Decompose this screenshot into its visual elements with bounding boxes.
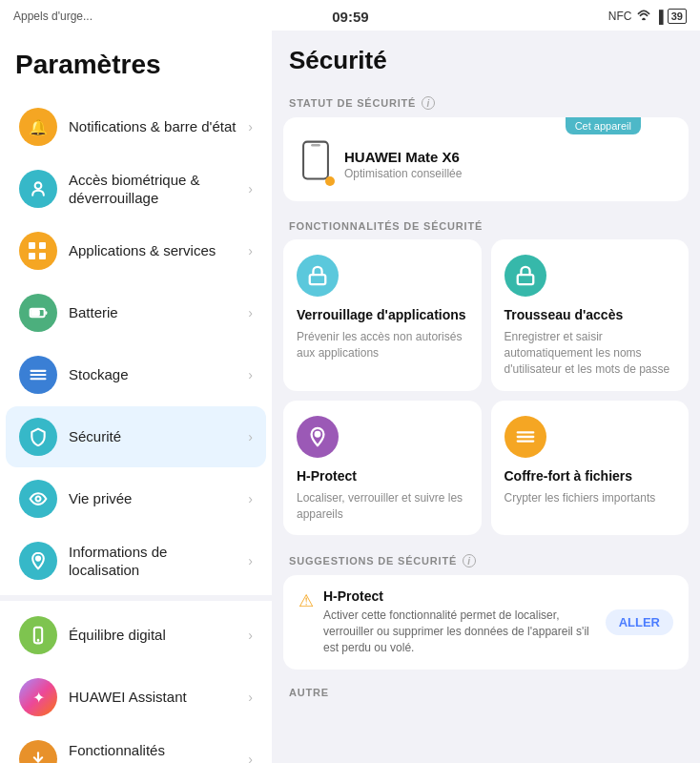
- nfc-icon: NFC: [608, 10, 632, 23]
- suggestion-title: H-Protect: [323, 588, 596, 604]
- chevron-icon: ›: [248, 752, 253, 763]
- feature-card-trousseau[interactable]: Trousseau d'accès Enregistrer et saisir …: [491, 239, 690, 391]
- status-time: 09:59: [332, 9, 368, 25]
- sidebar-item-biometrique[interactable]: Accès biométrique & déverrouillage ›: [6, 158, 266, 219]
- suggestion-warning-icon: ⚠: [299, 590, 314, 611]
- chevron-icon: ›: [248, 367, 253, 382]
- chevron-icon: ›: [248, 553, 253, 568]
- device-status: Optimisation conseillée: [344, 167, 462, 180]
- sidebar-item-label: Applications & services: [69, 241, 237, 260]
- svg-rect-16: [517, 275, 533, 284]
- sidebar-item-securite[interactable]: Sécurité ›: [6, 406, 266, 467]
- sidebar-item-huawei[interactable]: ✦ HUAWEI Assistant ›: [6, 667, 266, 728]
- sidebar-item-label: HUAWEI Assistant: [69, 688, 237, 707]
- sidebar-item-label: Vie privée: [69, 489, 237, 508]
- autre-section-label: AUTRE: [272, 679, 700, 704]
- battery-icon: 39: [668, 10, 687, 23]
- feature-desc: Localiser, verrouiller et suivre les app…: [297, 490, 468, 523]
- aller-button[interactable]: ALLER: [606, 609, 673, 635]
- security-status-card[interactable]: Cet appareil HUAWEI Mate X6 Optimisation…: [283, 117, 689, 201]
- sidebar-item-batterie[interactable]: Batterie ›: [6, 282, 266, 343]
- signal-icon: ▐: [655, 10, 664, 24]
- feature-card-verrouillage[interactable]: Verrouillage d'applications Prévenir les…: [283, 239, 482, 391]
- sidebar-item-label: Sécurité: [69, 427, 237, 446]
- biometrique-icon: [19, 170, 57, 208]
- svg-point-7: [36, 497, 41, 502]
- sidebar-item-stockage[interactable]: Stockage ›: [6, 344, 266, 405]
- chevron-icon: ›: [248, 491, 253, 506]
- right-panel-title: Sécurité: [272, 31, 700, 87]
- wifi-icon: [636, 10, 651, 24]
- device-name: HUAWEI Mate X6: [344, 149, 462, 165]
- status-icons: NFC ▐ 39: [608, 10, 687, 24]
- feature-desc: Crypter les fichiers importants: [504, 490, 676, 506]
- svg-point-0: [642, 17, 644, 19]
- sidebar-divider: [0, 595, 272, 601]
- svg-point-1: [35, 182, 42, 189]
- sidebar-item-label: Équilibre digital: [69, 626, 237, 645]
- sidebar-item-equilibre[interactable]: Équilibre digital ›: [6, 605, 266, 666]
- vieprivee-icon: [19, 480, 57, 518]
- huawei-icon: ✦: [19, 678, 57, 716]
- status-carrier: Appels d'urge...: [13, 10, 93, 23]
- sidebar-item-label: Informations de localisation: [69, 543, 237, 580]
- svg-rect-13: [303, 142, 328, 179]
- securite-icon: [19, 418, 57, 456]
- main-layout: Paramètres 🔔 Notifications & barre d'éta…: [0, 31, 700, 763]
- svg-rect-3: [31, 311, 39, 316]
- svg-rect-14: [311, 144, 320, 146]
- chevron-icon: ›: [248, 181, 253, 196]
- applications-icon: [19, 232, 57, 270]
- sidebar-item-label: Notifications & barre d'état: [69, 117, 237, 136]
- accessibilite-icon: [19, 740, 57, 763]
- device-icon-wrap: HUAWEI Mate X6 Optimisation conseillée: [299, 140, 673, 188]
- device-phone-icon: [299, 140, 333, 188]
- batterie-icon: [19, 294, 57, 332]
- sidebar-item-notifications[interactable]: 🔔 Notifications & barre d'état ›: [6, 96, 266, 157]
- feature-desc: Enregistrer et saisir automatiquement le…: [504, 329, 676, 377]
- sidebar-item-localisation[interactable]: Informations de localisation ›: [6, 530, 266, 591]
- suggestions-section-label: SUGGESTIONS DE SÉCURITÉ i: [272, 545, 700, 575]
- hprotect-icon: [297, 416, 339, 458]
- info-icon[interactable]: i: [422, 96, 435, 110]
- notifications-icon: 🔔: [19, 108, 57, 146]
- verrouillage-icon: [297, 255, 339, 297]
- sidebar-item-applications[interactable]: Applications & services ›: [6, 220, 266, 281]
- device-warning-dot: [325, 176, 335, 186]
- suggestion-desc: Activer cette fonctionnalité permet de l…: [323, 608, 596, 655]
- sidebar: Paramètres 🔔 Notifications & barre d'éta…: [0, 31, 272, 763]
- svg-point-8: [36, 556, 40, 560]
- svg-point-17: [316, 432, 320, 437]
- feature-desc: Prévenir les accès non autorisés aux app…: [297, 329, 468, 361]
- chevron-icon: ›: [248, 305, 253, 320]
- device-info: HUAWEI Mate X6 Optimisation conseillée: [344, 149, 462, 180]
- feature-title: H-Protect: [297, 467, 468, 485]
- status-bar: Appels d'urge... 09:59 NFC ▐ 39: [0, 0, 700, 31]
- coffre-icon: [504, 416, 546, 458]
- equilibre-icon: [19, 616, 57, 654]
- sidebar-title: Paramètres: [0, 40, 272, 95]
- sidebar-item-label: Fonctionnalités d'accessibilité: [69, 741, 237, 764]
- feature-title: Coffre-fort à fichiers: [504, 467, 676, 485]
- feature-card-hprotect[interactable]: H-Protect Localiser, verrouiller et suiv…: [283, 401, 482, 536]
- suggestion-content: H-Protect Activer cette fonctionnalité p…: [323, 588, 596, 655]
- sidebar-item-accessibilite[interactable]: Fonctionnalités d'accessibilité ›: [6, 729, 266, 763]
- feature-card-coffre[interactable]: Coffre-fort à fichiers Crypter les fichi…: [491, 401, 690, 536]
- sidebar-item-label: Accès biométrique & déverrouillage: [69, 171, 237, 208]
- chevron-icon: ›: [248, 243, 253, 258]
- svg-rect-15: [310, 275, 326, 284]
- feature-grid: Verrouillage d'applications Prévenir les…: [283, 239, 689, 535]
- stockage-icon: [19, 356, 57, 394]
- info-icon-suggestions[interactable]: i: [463, 554, 476, 567]
- suggestion-card: ⚠ H-Protect Activer cette fonctionnalité…: [283, 575, 689, 669]
- sidebar-item-label: Batterie: [69, 303, 237, 322]
- sidebar-item-vieprivee[interactable]: Vie privée ›: [6, 468, 266, 529]
- chevron-icon: ›: [248, 628, 253, 643]
- feature-title: Verrouillage d'applications: [297, 306, 468, 323]
- trousseau-icon: [504, 255, 546, 297]
- chevron-icon: ›: [248, 119, 253, 134]
- sidebar-item-label: Stockage: [69, 365, 237, 384]
- right-panel: Sécurité STATUT DE SÉCURITÉ i Cet appare…: [272, 31, 700, 763]
- feature-title: Trousseau d'accès: [504, 306, 676, 323]
- cet-appareil-badge: Cet appareil: [566, 117, 641, 134]
